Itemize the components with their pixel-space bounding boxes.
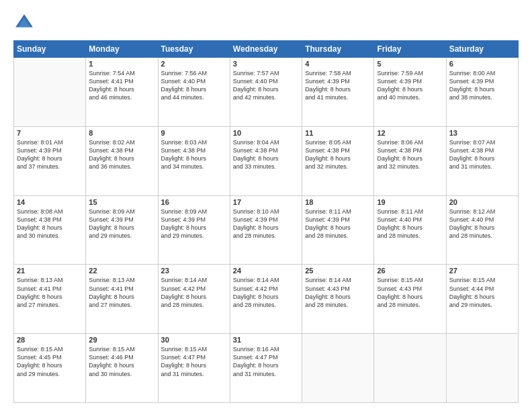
cell-content: Sunrise: 8:02 AM Sunset: 4:38 PM Dayligh… bbox=[89, 138, 154, 171]
calendar-cell bbox=[446, 334, 518, 403]
day-number: 5 bbox=[377, 60, 443, 68]
day-number: 6 bbox=[449, 60, 515, 68]
calendar-row: 1Sunrise: 7:54 AM Sunset: 4:41 PM Daylig… bbox=[14, 58, 519, 127]
calendar-row: 21Sunrise: 8:13 AM Sunset: 4:41 PM Dayli… bbox=[14, 265, 519, 334]
calendar-cell: 20Sunrise: 8:12 AM Sunset: 4:40 PM Dayli… bbox=[446, 195, 518, 265]
calendar-cell: 4Sunrise: 7:58 AM Sunset: 4:39 PM Daylig… bbox=[302, 58, 374, 127]
calendar-header-tuesday: Tuesday bbox=[158, 41, 230, 58]
day-number: 14 bbox=[17, 198, 83, 206]
calendar-cell: 3Sunrise: 7:57 AM Sunset: 4:40 PM Daylig… bbox=[230, 58, 302, 127]
calendar-header-wednesday: Wednesday bbox=[230, 41, 302, 58]
calendar-row: 14Sunrise: 8:08 AM Sunset: 4:38 PM Dayli… bbox=[14, 195, 519, 265]
day-number: 19 bbox=[377, 198, 443, 206]
day-number: 18 bbox=[305, 198, 371, 206]
day-number: 24 bbox=[233, 267, 299, 275]
cell-content: Sunrise: 8:15 AM Sunset: 4:46 PM Dayligh… bbox=[89, 345, 154, 378]
day-number: 28 bbox=[17, 336, 83, 344]
logo bbox=[13, 12, 38, 34]
calendar-cell bbox=[374, 334, 446, 403]
cell-content: Sunrise: 8:15 AM Sunset: 4:45 PM Dayligh… bbox=[17, 345, 83, 378]
cell-content: Sunrise: 7:59 AM Sunset: 4:39 PM Dayligh… bbox=[377, 69, 443, 102]
day-number: 26 bbox=[377, 267, 443, 275]
day-number: 4 bbox=[305, 60, 371, 68]
calendar-cell: 26Sunrise: 8:15 AM Sunset: 4:43 PM Dayli… bbox=[374, 265, 446, 334]
calendar-header-friday: Friday bbox=[374, 41, 446, 58]
header bbox=[13, 12, 519, 34]
calendar-cell: 6Sunrise: 8:00 AM Sunset: 4:39 PM Daylig… bbox=[446, 58, 518, 127]
cell-content: Sunrise: 8:11 AM Sunset: 4:40 PM Dayligh… bbox=[377, 208, 443, 240]
calendar-cell bbox=[302, 334, 374, 403]
day-number: 11 bbox=[305, 129, 371, 137]
cell-content: Sunrise: 8:04 AM Sunset: 4:38 PM Dayligh… bbox=[233, 138, 299, 171]
calendar-cell: 9Sunrise: 8:03 AM Sunset: 4:38 PM Daylig… bbox=[158, 126, 230, 195]
calendar-cell: 13Sunrise: 8:07 AM Sunset: 4:38 PM Dayli… bbox=[446, 126, 518, 195]
cell-content: Sunrise: 8:08 AM Sunset: 4:38 PM Dayligh… bbox=[17, 208, 83, 240]
page: SundayMondayTuesdayWednesdayThursdayFrid… bbox=[0, 0, 532, 411]
calendar-cell: 1Sunrise: 7:54 AM Sunset: 4:41 PM Daylig… bbox=[86, 58, 158, 127]
calendar-header-saturday: Saturday bbox=[446, 41, 518, 58]
cell-content: Sunrise: 8:11 AM Sunset: 4:39 PM Dayligh… bbox=[305, 208, 371, 240]
cell-content: Sunrise: 8:13 AM Sunset: 4:41 PM Dayligh… bbox=[89, 276, 154, 309]
calendar-cell: 5Sunrise: 7:59 AM Sunset: 4:39 PM Daylig… bbox=[374, 58, 446, 127]
calendar-header-monday: Monday bbox=[86, 41, 158, 58]
calendar-cell: 12Sunrise: 8:06 AM Sunset: 4:38 PM Dayli… bbox=[374, 126, 446, 195]
cell-content: Sunrise: 8:14 AM Sunset: 4:43 PM Dayligh… bbox=[305, 276, 371, 309]
cell-content: Sunrise: 8:09 AM Sunset: 4:39 PM Dayligh… bbox=[89, 208, 154, 240]
cell-content: Sunrise: 7:54 AM Sunset: 4:41 PM Dayligh… bbox=[89, 69, 154, 102]
day-number: 3 bbox=[233, 60, 299, 68]
cell-content: Sunrise: 8:15 AM Sunset: 4:43 PM Dayligh… bbox=[377, 276, 443, 309]
calendar-cell: 14Sunrise: 8:08 AM Sunset: 4:38 PM Dayli… bbox=[14, 195, 86, 265]
cell-content: Sunrise: 7:56 AM Sunset: 4:40 PM Dayligh… bbox=[161, 69, 227, 102]
cell-content: Sunrise: 8:01 AM Sunset: 4:39 PM Dayligh… bbox=[17, 138, 83, 171]
calendar-cell: 31Sunrise: 8:16 AM Sunset: 4:47 PM Dayli… bbox=[230, 334, 302, 403]
cell-content: Sunrise: 8:12 AM Sunset: 4:40 PM Dayligh… bbox=[449, 208, 515, 240]
calendar-cell: 23Sunrise: 8:14 AM Sunset: 4:42 PM Dayli… bbox=[158, 265, 230, 334]
day-number: 31 bbox=[233, 336, 299, 344]
cell-content: Sunrise: 8:00 AM Sunset: 4:39 PM Dayligh… bbox=[449, 69, 515, 102]
calendar-table: SundayMondayTuesdayWednesdayThursdayFrid… bbox=[13, 40, 519, 403]
cell-content: Sunrise: 8:07 AM Sunset: 4:38 PM Dayligh… bbox=[449, 138, 515, 171]
cell-content: Sunrise: 8:10 AM Sunset: 4:39 PM Dayligh… bbox=[233, 208, 299, 240]
day-number: 22 bbox=[89, 267, 154, 275]
day-number: 10 bbox=[233, 129, 299, 137]
logo-icon bbox=[13, 12, 35, 34]
calendar-cell: 8Sunrise: 8:02 AM Sunset: 4:38 PM Daylig… bbox=[86, 126, 158, 195]
cell-content: Sunrise: 8:13 AM Sunset: 4:41 PM Dayligh… bbox=[17, 276, 83, 309]
calendar-cell: 17Sunrise: 8:10 AM Sunset: 4:39 PM Dayli… bbox=[230, 195, 302, 265]
calendar-header-row: SundayMondayTuesdayWednesdayThursdayFrid… bbox=[14, 41, 519, 58]
calendar-cell: 27Sunrise: 8:15 AM Sunset: 4:44 PM Dayli… bbox=[446, 265, 518, 334]
cell-content: Sunrise: 7:58 AM Sunset: 4:39 PM Dayligh… bbox=[305, 69, 371, 102]
cell-content: Sunrise: 8:06 AM Sunset: 4:38 PM Dayligh… bbox=[377, 138, 443, 171]
calendar-cell: 16Sunrise: 8:09 AM Sunset: 4:39 PM Dayli… bbox=[158, 195, 230, 265]
calendar-row: 28Sunrise: 8:15 AM Sunset: 4:45 PM Dayli… bbox=[14, 334, 519, 403]
day-number: 1 bbox=[89, 60, 154, 68]
day-number: 25 bbox=[305, 267, 371, 275]
calendar-cell: 10Sunrise: 8:04 AM Sunset: 4:38 PM Dayli… bbox=[230, 126, 302, 195]
cell-content: Sunrise: 8:14 AM Sunset: 4:42 PM Dayligh… bbox=[161, 276, 227, 309]
calendar-cell bbox=[14, 58, 86, 127]
day-number: 12 bbox=[377, 129, 443, 137]
day-number: 17 bbox=[233, 198, 299, 206]
day-number: 2 bbox=[161, 60, 227, 68]
cell-content: Sunrise: 7:57 AM Sunset: 4:40 PM Dayligh… bbox=[233, 69, 299, 102]
cell-content: Sunrise: 8:16 AM Sunset: 4:47 PM Dayligh… bbox=[233, 345, 299, 378]
day-number: 8 bbox=[89, 129, 154, 137]
cell-content: Sunrise: 8:03 AM Sunset: 4:38 PM Dayligh… bbox=[161, 138, 227, 171]
day-number: 13 bbox=[449, 129, 515, 137]
day-number: 20 bbox=[449, 198, 515, 206]
calendar-header-thursday: Thursday bbox=[302, 41, 374, 58]
cell-content: Sunrise: 8:09 AM Sunset: 4:39 PM Dayligh… bbox=[161, 208, 227, 240]
cell-content: Sunrise: 8:14 AM Sunset: 4:42 PM Dayligh… bbox=[233, 276, 299, 309]
day-number: 29 bbox=[89, 336, 154, 344]
day-number: 30 bbox=[161, 336, 227, 344]
day-number: 7 bbox=[17, 129, 83, 137]
cell-content: Sunrise: 8:05 AM Sunset: 4:38 PM Dayligh… bbox=[305, 138, 371, 171]
day-number: 21 bbox=[17, 267, 83, 275]
calendar-cell: 30Sunrise: 8:15 AM Sunset: 4:47 PM Dayli… bbox=[158, 334, 230, 403]
day-number: 23 bbox=[161, 267, 227, 275]
calendar-cell: 15Sunrise: 8:09 AM Sunset: 4:39 PM Dayli… bbox=[86, 195, 158, 265]
calendar-cell: 28Sunrise: 8:15 AM Sunset: 4:45 PM Dayli… bbox=[14, 334, 86, 403]
calendar-cell: 24Sunrise: 8:14 AM Sunset: 4:42 PM Dayli… bbox=[230, 265, 302, 334]
calendar-cell: 29Sunrise: 8:15 AM Sunset: 4:46 PM Dayli… bbox=[86, 334, 158, 403]
cell-content: Sunrise: 8:15 AM Sunset: 4:44 PM Dayligh… bbox=[449, 276, 515, 309]
